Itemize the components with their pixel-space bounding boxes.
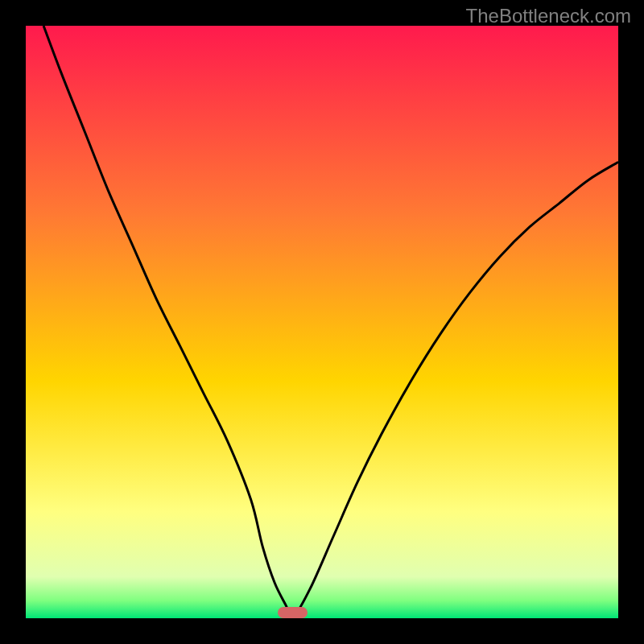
optimal-marker: [278, 607, 308, 618]
watermark-text: TheBottleneck.com: [466, 5, 631, 27]
bottleneck-curve: [26, 26, 618, 618]
bottleneck-chart: TheBottleneck.com: [0, 0, 644, 644]
plot-area: [26, 26, 618, 618]
